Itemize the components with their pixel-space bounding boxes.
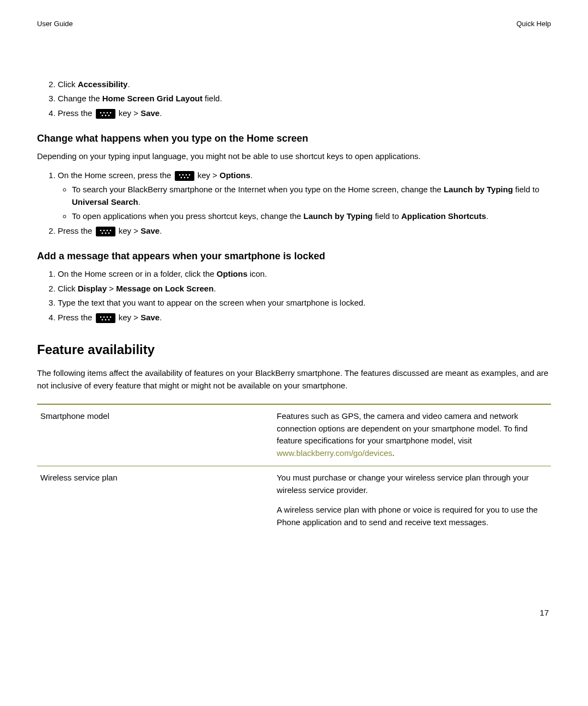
sec2-step-1: On the Home screen or in a folder, click… <box>58 268 551 281</box>
sec2-steps: On the Home screen or in a folder, click… <box>37 268 551 324</box>
row2-desc: You must purchase or change your wireles… <box>273 466 551 535</box>
sec1-step-2: Press the key > Save. <box>58 225 551 238</box>
options-label: Options <box>219 171 250 180</box>
row1-label: Smartphone model <box>37 404 273 466</box>
subhead-lock-message: Add a message that appears when your sma… <box>37 249 551 264</box>
sec1-bullet-2: To open applications when you press shor… <box>72 210 551 223</box>
blackberry-key-icon <box>96 109 115 119</box>
sec2-step-3: Type the text that you want to appear on… <box>58 297 551 309</box>
devices-link[interactable]: www.blackberry.com/go/devices <box>277 448 392 458</box>
blackberry-key-icon <box>96 313 115 323</box>
row2-label: Wireless service plan <box>37 466 273 535</box>
options-label: Options <box>217 269 248 278</box>
sec1-bullets: To search your BlackBerry smartphone or … <box>58 184 551 223</box>
accessibility-label: Accessibility <box>78 80 128 89</box>
save-label: Save <box>140 226 160 235</box>
blackberry-key-icon <box>175 171 194 181</box>
sec2-step-4: Press the key > Save. <box>58 312 551 324</box>
save-label: Save <box>140 313 160 322</box>
step-3: Change the Home Screen Grid Layout field… <box>58 93 551 105</box>
sec1-bullet-1: To search your BlackBerry smartphone or … <box>72 184 551 208</box>
step-4: Press the key > Save. <box>58 107 551 120</box>
save-label: Save <box>140 108 160 118</box>
subhead-change-typing: Change what happens when you type on the… <box>37 131 551 146</box>
sec1-steps: On the Home screen, press the key > Opti… <box>37 169 551 238</box>
header-right: Quick Help <box>516 19 551 29</box>
feature-table: Smartphone model Features such as GPS, t… <box>37 404 551 535</box>
step-2: Click Accessibility. <box>58 78 551 91</box>
table-row: Smartphone model Features such as GPS, t… <box>37 404 551 466</box>
sec1-step-1: On the Home screen, press the key > Opti… <box>58 169 551 223</box>
sec2-step-2: Click Display > Message on Lock Screen. <box>58 283 551 295</box>
table-row: Wireless service plan You must purchase … <box>37 466 551 535</box>
header-left: User Guide <box>37 19 73 29</box>
row1-desc: Features such as GPS, the camera and vid… <box>273 404 551 466</box>
feature-intro: The following items affect the availabil… <box>37 367 551 392</box>
page: User Guide Quick Help Click Accessibilit… <box>0 0 588 706</box>
continued-steps: Click Accessibility. Change the Home Scr… <box>37 78 551 120</box>
grid-layout-label: Home Screen Grid Layout <box>102 94 203 103</box>
blackberry-key-icon <box>96 227 115 236</box>
sec1-intro: Depending on your typing input language,… <box>37 150 551 163</box>
page-header: User Guide Quick Help <box>37 19 551 29</box>
feature-availability-heading: Feature availability <box>37 340 551 360</box>
page-number: 17 <box>540 607 549 619</box>
